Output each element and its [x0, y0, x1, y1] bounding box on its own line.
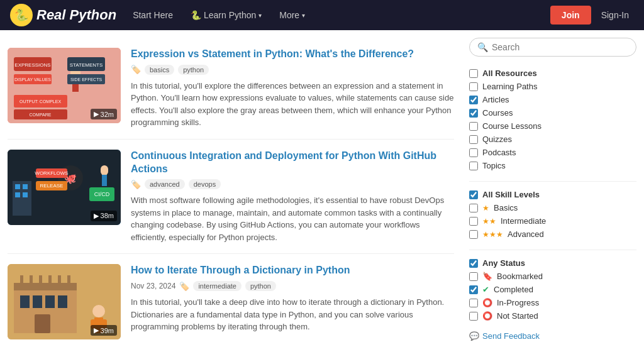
- tag-devops[interactable]: devops: [189, 179, 221, 189]
- checkbox-completed[interactable]: [469, 285, 478, 294]
- filter-in-progress[interactable]: ⭕ In-Progress: [469, 296, 636, 309]
- svg-text:CI/CD: CI/CD: [94, 191, 110, 197]
- checkbox-topics[interactable]: [469, 162, 478, 170]
- navbar: 🐍 Real Python Start Here 🐍 Learn Python …: [0, 0, 644, 30]
- checkbox-all-resources[interactable]: [469, 69, 478, 78]
- not-started-icon: ⭕: [482, 311, 492, 321]
- duration-badge-2: ▶ 38m: [91, 211, 117, 221]
- in-progress-icon: ⭕: [482, 298, 492, 307]
- filter-podcasts[interactable]: Podcasts: [469, 146, 636, 159]
- logo-icon: 🐍: [10, 4, 33, 26]
- duration-badge-3: ▶ 39m: [91, 325, 117, 336]
- filter-completed[interactable]: ✔ Completed: [469, 283, 636, 296]
- article-title-1[interactable]: Expression vs Statement in Python: What'…: [131, 48, 454, 61]
- duration-badge-1: ▶ 32m: [91, 109, 117, 119]
- checkbox-podcasts[interactable]: [469, 148, 478, 157]
- filter-not-started[interactable]: ⭕ Not Started: [469, 309, 636, 322]
- join-button[interactable]: Join: [550, 6, 591, 25]
- filter-topics[interactable]: Topics: [469, 159, 636, 172]
- tag-icon-1: 🏷️: [131, 65, 141, 74]
- article-meta-1: 🏷️ basics python: [131, 65, 454, 75]
- svg-text:DISPLAY VALUES: DISPLAY VALUES: [14, 77, 51, 82]
- checkbox-course-lessons[interactable]: [469, 122, 478, 131]
- checkbox-courses[interactable]: [469, 109, 478, 118]
- tag-python[interactable]: python: [178, 65, 209, 75]
- checkbox-basics[interactable]: [469, 204, 478, 212]
- basics-stars: ★: [482, 204, 489, 212]
- article-body-3: How to Iterate Through a Dictionary in P…: [131, 264, 454, 339]
- checkbox-quizzes[interactable]: [469, 135, 478, 144]
- nav-learn-python[interactable]: 🐍 Learn Python ▾: [184, 10, 268, 20]
- article-meta-2: 🏷️ advanced devops: [131, 179, 454, 189]
- svg-rect-41: [30, 275, 33, 284]
- advanced-stars: ★★★: [482, 230, 503, 239]
- tag-icon-3: 🏷️: [179, 282, 189, 291]
- search-input[interactable]: [492, 42, 628, 52]
- learn-python-chevron: ▾: [258, 12, 262, 19]
- filter-courses[interactable]: Courses: [469, 106, 636, 119]
- sidebar: 🔍 All Resources Learning Paths Articles …: [462, 38, 644, 347]
- filter-course-lessons[interactable]: Course Lessons: [469, 119, 636, 133]
- signin-button[interactable]: Sign-In: [596, 10, 634, 20]
- bookmarked-icon: 🔖: [482, 272, 492, 281]
- logo-text: Real Python: [36, 7, 116, 23]
- filter-all-skill-levels[interactable]: All Skill Levels: [469, 188, 636, 201]
- resource-filter-section: All Resources Learning Paths Articles Co…: [469, 67, 636, 172]
- logo[interactable]: 🐍 Real Python: [10, 4, 116, 26]
- checkbox-all-skill-levels[interactable]: [469, 190, 478, 199]
- filter-bookmarked[interactable]: 🔖 Bookmarked: [469, 270, 636, 283]
- status-filter-section: Any Status 🔖 Bookmarked ✔ Completed ⭕ In…: [469, 256, 636, 322]
- article-thumbnail-2: 🐙 CI/CD WORKFLOWS RELEASE ▶ 38m: [8, 150, 121, 225]
- svg-rect-20: [23, 184, 28, 189]
- checkbox-in-progress[interactable]: [469, 299, 478, 307]
- send-feedback-link[interactable]: 💬 Send Feedback: [469, 331, 636, 341]
- svg-text:STATEMENTS: STATEMENTS: [70, 62, 103, 68]
- checkbox-learning-paths[interactable]: [469, 82, 478, 91]
- search-box: 🔍: [469, 38, 636, 57]
- svg-rect-43: [48, 275, 52, 284]
- checkbox-any-status[interactable]: [469, 259, 478, 268]
- svg-rect-38: [58, 295, 67, 308]
- svg-rect-19: [15, 184, 20, 189]
- checkbox-advanced[interactable]: [469, 230, 478, 239]
- checkbox-intermediate[interactable]: [469, 217, 478, 226]
- nav-more[interactable]: More ▾: [273, 10, 311, 20]
- tag-icon-2: 🏷️: [131, 180, 141, 189]
- divider-1: [469, 181, 636, 182]
- article-desc-2: With most software following agile metho…: [131, 194, 454, 243]
- svg-rect-35: [20, 295, 30, 308]
- svg-rect-46: [35, 314, 50, 333]
- svg-text:WORKFLOWS: WORKFLOWS: [35, 170, 68, 176]
- filter-basics[interactable]: ★ Basics: [469, 201, 636, 214]
- svg-text:🐍: 🐍: [14, 8, 29, 22]
- tag-python-3[interactable]: python: [245, 281, 276, 291]
- completed-icon: ✔: [482, 285, 489, 294]
- filter-quizzes[interactable]: Quizzes: [469, 133, 636, 146]
- article-body-2: Continuous Integration and Deployment fo…: [131, 150, 454, 244]
- checkbox-not-started[interactable]: [469, 312, 478, 321]
- checkbox-bookmarked[interactable]: [469, 272, 478, 281]
- article-thumbnail-3: ▶ 39m: [8, 264, 121, 339]
- article-title-3[interactable]: How to Iterate Through a Dictionary in P…: [131, 264, 454, 277]
- filter-learning-paths[interactable]: Learning Paths: [469, 80, 636, 93]
- article-title-2[interactable]: Continuous Integration and Deployment fo…: [131, 150, 454, 176]
- svg-rect-36: [33, 295, 42, 308]
- filter-advanced[interactable]: ★★★ Advanced: [469, 228, 636, 241]
- tag-basics[interactable]: basics: [145, 65, 174, 75]
- svg-text:OUTPUT: COMPLEX: OUTPUT: COMPLEX: [19, 99, 61, 104]
- svg-rect-22: [23, 192, 28, 197]
- svg-text:EXPRESSIONS: EXPRESSIONS: [14, 62, 50, 68]
- filter-articles[interactable]: Articles: [469, 93, 636, 106]
- tag-intermediate[interactable]: intermediate: [193, 281, 242, 291]
- filter-all-resources[interactable]: All Resources: [469, 67, 636, 80]
- tag-advanced[interactable]: advanced: [145, 179, 185, 189]
- filter-any-status[interactable]: Any Status: [469, 256, 636, 270]
- svg-rect-37: [45, 295, 55, 308]
- filter-intermediate[interactable]: ★★ Intermediate: [469, 214, 636, 228]
- checkbox-articles[interactable]: [469, 96, 478, 104]
- feedback-icon: 💬: [469, 331, 479, 341]
- nav-start-here[interactable]: Start Here: [126, 10, 179, 20]
- page-layout: EXPRESSIONS DISPLAY VALUES STATEMENTS SI…: [0, 30, 644, 347]
- article-date-3: Nov 23, 2024: [131, 282, 175, 290]
- article-thumbnail-1: EXPRESSIONS DISPLAY VALUES STATEMENTS SI…: [8, 48, 121, 123]
